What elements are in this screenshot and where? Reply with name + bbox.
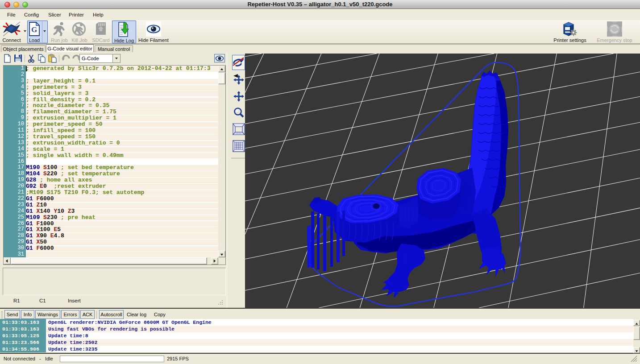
svg-text:G: G: [31, 25, 37, 34]
